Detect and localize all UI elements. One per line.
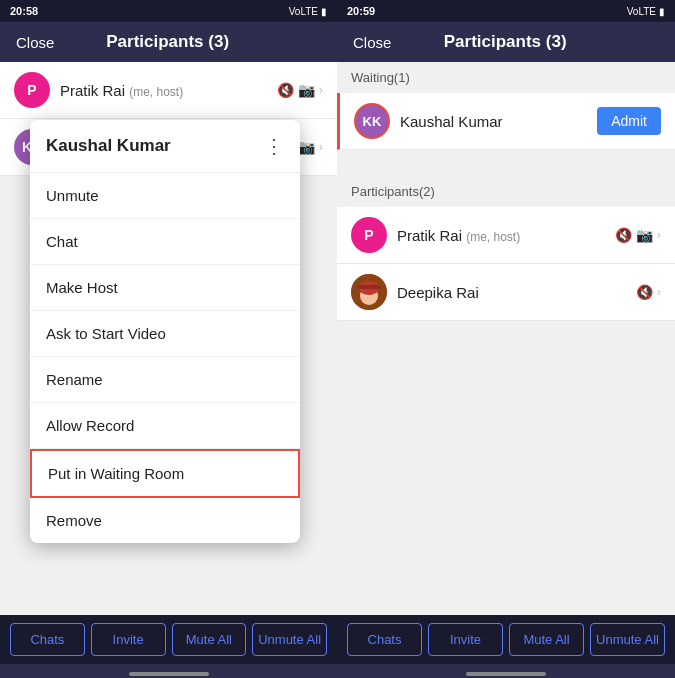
svg-rect-3 — [357, 285, 381, 289]
more-options-icon[interactable]: ⋮ — [264, 134, 284, 158]
context-menu: Kaushal Kumar ⋮ Unmute Chat Make Host As… — [30, 120, 300, 543]
left-header: Close Participants (3) — [0, 22, 337, 62]
left-chats-button[interactable]: Chats — [10, 623, 85, 656]
left-invite-button[interactable]: Invite — [91, 623, 166, 656]
right-deepika-icons: 🔇 › — [636, 284, 661, 300]
left-home-indicator — [0, 664, 337, 678]
right-home-indicator — [337, 664, 675, 678]
right-avatar-pratik: P — [351, 217, 387, 253]
right-participant-deepika[interactable]: Deepika Rai 🔇 › — [337, 264, 675, 321]
participants-section-label: Participants(2) — [337, 176, 675, 207]
right-content: Waiting(1) KK Kaushal Kumar Admit Partic… — [337, 62, 675, 615]
right-participants-section: Participants(2) P Pratik Rai (me, host) … — [337, 176, 675, 321]
participant-pratik[interactable]: P Pratik Rai (me, host) 🔇 📷 › — [0, 62, 337, 119]
right-pratik-icons: 🔇 📷 › — [615, 227, 661, 243]
right-close-button[interactable]: Close — [353, 34, 391, 51]
menu-put-waiting-room[interactable]: Put in Waiting Room — [30, 449, 300, 498]
waiting-person-name: Kaushal Kumar — [400, 113, 597, 130]
right-mute-all-button[interactable]: Mute All — [509, 623, 584, 656]
right-time: 20:59 — [347, 5, 375, 17]
right-avatar-deepika — [351, 274, 387, 310]
pratik-icons: 🔇 📷 › — [277, 82, 323, 98]
right-battery-icon: ▮ — [659, 6, 665, 17]
right-status-icons: VoLTE ▮ — [627, 6, 665, 17]
left-header-title: Participants (3) — [106, 32, 229, 52]
menu-allow-record[interactable]: Allow Record — [30, 403, 300, 449]
section-divider — [337, 152, 675, 172]
waiting-avatar-kk: KK — [354, 103, 390, 139]
right-deepika-chevron-icon: › — [657, 285, 661, 299]
right-deepika-mic-icon: 🔇 — [636, 284, 653, 300]
avatar-pratik: P — [14, 72, 50, 108]
right-participant-pratik-name: Pratik Rai (me, host) — [397, 227, 615, 244]
right-pratik-chevron-icon: › — [657, 228, 661, 242]
kaushal-video-icon: 📷 — [298, 139, 315, 155]
right-invite-button[interactable]: Invite — [428, 623, 503, 656]
right-network-icon: VoLTE — [627, 6, 656, 17]
menu-chat[interactable]: Chat — [30, 219, 300, 265]
menu-unmute[interactable]: Unmute — [30, 173, 300, 219]
left-mute-all-button[interactable]: Mute All — [172, 623, 247, 656]
right-panel: 20:59 VoLTE ▮ Close Participants (3) Wai… — [337, 0, 675, 678]
context-menu-person-name: Kaushal Kumar — [46, 136, 171, 156]
right-bottom-bar: Chats Invite Mute All Unmute All — [337, 615, 675, 664]
menu-make-host[interactable]: Make Host — [30, 265, 300, 311]
kaushal-chevron-icon: › — [319, 140, 323, 154]
left-status-icons: VoLTE ▮ — [289, 6, 327, 17]
network-icon: VoLTE — [289, 6, 318, 17]
video-muted-icon: 📷 — [298, 82, 315, 98]
right-pratik-video-icon: 📷 — [636, 227, 653, 243]
right-participant-deepika-name: Deepika Rai — [397, 284, 636, 301]
right-header-title: Participants (3) — [444, 32, 567, 52]
admit-button[interactable]: Admit — [597, 107, 661, 135]
chevron-right-icon: › — [319, 83, 323, 97]
menu-remove[interactable]: Remove — [30, 498, 300, 543]
left-panel: 20:58 VoLTE ▮ Close Participants (3) P P… — [0, 0, 337, 678]
right-pratik-mic-icon: 🔇 — [615, 227, 632, 243]
left-close-button[interactable]: Close — [16, 34, 54, 51]
left-time: 20:58 — [10, 5, 38, 17]
participant-pratik-name: Pratik Rai (me, host) — [60, 82, 277, 99]
waiting-item-kaushal: KK Kaushal Kumar Admit — [337, 93, 675, 150]
right-chats-button[interactable]: Chats — [347, 623, 422, 656]
menu-rename[interactable]: Rename — [30, 357, 300, 403]
right-unmute-all-button[interactable]: Unmute All — [590, 623, 665, 656]
battery-icon: ▮ — [321, 6, 327, 17]
right-participant-pratik[interactable]: P Pratik Rai (me, host) 🔇 📷 › — [337, 207, 675, 264]
left-unmute-all-button[interactable]: Unmute All — [252, 623, 327, 656]
mic-muted-icon: 🔇 — [277, 82, 294, 98]
menu-ask-video[interactable]: Ask to Start Video — [30, 311, 300, 357]
context-menu-header: Kaushal Kumar ⋮ — [30, 120, 300, 173]
left-status-bar: 20:58 VoLTE ▮ — [0, 0, 337, 22]
right-header: Close Participants (3) — [337, 22, 675, 62]
right-status-bar: 20:59 VoLTE ▮ — [337, 0, 675, 22]
left-bottom-bar: Chats Invite Mute All Unmute All — [0, 615, 337, 664]
waiting-section-label: Waiting(1) — [337, 62, 675, 93]
